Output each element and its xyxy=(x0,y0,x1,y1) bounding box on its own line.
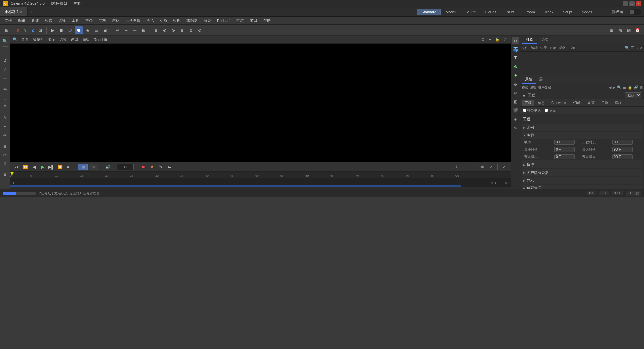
tc-autokey[interactable]: A xyxy=(148,163,156,171)
rib-particles[interactable]: ⊕ xyxy=(512,63,519,70)
ws-tab-standard[interactable]: Standard xyxy=(417,9,441,15)
toolbar-move-btn[interactable]: ⊕ xyxy=(152,26,160,34)
ptb-icon-fwd[interactable]: ▶ xyxy=(613,85,615,90)
lt-add-btn[interactable]: ⊕ xyxy=(1,142,9,150)
maximize-button[interactable]: □ xyxy=(629,1,635,6)
tc-expand[interactable]: ⤢ xyxy=(500,163,508,171)
props-section-execute-header[interactable]: ▶ 执行 xyxy=(522,161,643,168)
pst-checkbox-todo[interactable]: 待办事项 xyxy=(523,108,541,113)
rib-camera2[interactable]: ◧ xyxy=(512,98,519,105)
menu-mode[interactable]: 模式 xyxy=(42,17,55,24)
proj-len-input[interactable] xyxy=(612,140,633,145)
ptb-userdata[interactable]: 用户数据 xyxy=(538,85,551,90)
tc-audio[interactable]: 🔊 xyxy=(104,163,111,171)
vh-camera[interactable]: 摄像机 xyxy=(33,37,44,42)
ptb-mode[interactable]: 模式 xyxy=(522,85,528,90)
lt-cut-btn[interactable]: ✂ xyxy=(1,151,9,159)
tc-bounce[interactable]: ⇋ xyxy=(166,163,173,171)
tc-next-key[interactable]: ⏩ xyxy=(56,163,64,171)
lt-mode4-btn[interactable]: ✛ xyxy=(1,74,9,82)
rm-del-icon[interactable]: ⊗ xyxy=(640,46,643,50)
toolbar-play-btn[interactable]: ▶ xyxy=(49,26,57,34)
new-doc-button[interactable]: + xyxy=(28,8,36,16)
toolbar-grid-btn[interactable]: ▤ xyxy=(92,26,100,34)
lt-mode3-btn[interactable]: ⤢ xyxy=(1,65,9,73)
tc-play[interactable]: ▶ xyxy=(39,163,46,171)
add-workspace-button[interactable]: + xyxy=(601,10,603,14)
tc-skip-start[interactable]: ⏮ xyxy=(13,163,20,171)
vh-panel[interactable]: 面板 xyxy=(82,37,90,42)
max-len-input[interactable] xyxy=(612,147,633,152)
tc-icon-4[interactable]: ⊞ xyxy=(479,163,486,171)
rib-bend[interactable]: ⊘ xyxy=(512,89,519,97)
vh-options[interactable]: 选项 xyxy=(59,37,67,42)
toolbar-active-btn[interactable]: ⬢ xyxy=(75,26,83,34)
menu-mograph[interactable]: 运动图形 xyxy=(123,17,143,24)
vh-display[interactable]: 显示 xyxy=(48,37,55,42)
rm-tag[interactable]: 标签 xyxy=(559,46,566,50)
toolbar-mat-btn[interactable]: ◈ xyxy=(84,26,92,34)
toolbar-stop-btn[interactable]: ⏹ xyxy=(57,26,65,34)
tc-mode-time[interactable]: ⊞ xyxy=(89,164,98,170)
close-button[interactable]: ✕ xyxy=(636,1,641,6)
menu-spline[interactable]: 样条 xyxy=(83,17,95,24)
viewport[interactable] xyxy=(10,44,511,162)
rib-cube[interactable] xyxy=(512,46,519,53)
tc-prev-key[interactable]: ⏪ xyxy=(21,163,29,171)
menu-extensions[interactable]: 扩展 xyxy=(234,17,247,24)
menu-render[interactable]: 渲染 xyxy=(201,17,214,24)
toolbar-axis-mode-btn[interactable]: ⊹ xyxy=(131,26,139,34)
tc-skip-end[interactable]: ⏭ xyxy=(65,163,72,171)
rm-object[interactable]: 对象 xyxy=(550,46,556,50)
menu-file[interactable]: 文件 xyxy=(2,17,15,24)
toolbar-redo-btn[interactable]: ↪ xyxy=(122,26,130,34)
rib-hair[interactable]: ✦ xyxy=(512,72,519,79)
toolbar-render-settings[interactable]: ▨ xyxy=(625,26,633,34)
toolbar-undo-btn[interactable]: ↩ xyxy=(113,26,121,34)
toolbar-local-btn[interactable]: ⊡ xyxy=(36,26,44,34)
preview-min-input[interactable] xyxy=(554,154,575,159)
ptb-icon-back[interactable]: ◀ xyxy=(609,85,611,90)
props-section-display-header[interactable]: ▶ 显示 xyxy=(522,177,643,184)
menu-tracker[interactable]: 跟踪器 xyxy=(184,17,200,24)
props-section-scale-header[interactable]: ▶ 比例 xyxy=(522,124,643,131)
toolbar-scale-btn[interactable]: ⊗ xyxy=(161,26,169,34)
tc-icon-5[interactable]: ✕ xyxy=(487,163,495,171)
rm-filter-icon[interactable]: ☰ xyxy=(631,46,634,50)
rib-text[interactable]: T xyxy=(512,54,519,62)
menu-mesh[interactable]: 网格 xyxy=(96,17,109,24)
ptb-edit[interactable]: 编辑 xyxy=(530,85,536,90)
preview-max-input[interactable] xyxy=(612,154,633,159)
ws-tab-groom[interactable]: Groom xyxy=(519,9,539,15)
menu-tools[interactable]: 工具 xyxy=(69,17,82,24)
new-window-button[interactable]: 新界面 xyxy=(607,8,627,16)
toolbar-anim-btn[interactable]: ⊛ xyxy=(187,26,195,34)
tc-icon-2[interactable]: ↕ xyxy=(461,163,469,171)
menu-simulate[interactable]: 模拟 xyxy=(170,17,183,24)
rib-pencil2[interactable]: ✎ xyxy=(512,124,519,132)
menu-create[interactable]: 创建 xyxy=(29,17,42,24)
rm-view[interactable]: 查看 xyxy=(540,46,547,50)
menu-character[interactable]: 角色 xyxy=(144,17,156,24)
toolbar-axis-x[interactable]: X xyxy=(15,28,21,33)
menu-window[interactable]: 窗口 xyxy=(247,17,260,24)
tc-icon-1[interactable]: ⊹ xyxy=(452,163,460,171)
lt-magnet-btn[interactable]: ⊗ xyxy=(1,171,9,179)
fps-input[interactable] xyxy=(554,140,575,145)
object-list[interactable] xyxy=(520,52,644,75)
ws-tab-nodes[interactable]: Nodes xyxy=(577,9,597,15)
pst-tab-bullet[interactable]: 子弹 xyxy=(598,100,611,106)
pst-tab-xrefs[interactable]: XRefs xyxy=(569,100,584,106)
ws-tab-track[interactable]: Track xyxy=(540,9,558,15)
toolbar-render-queue[interactable]: ⏰ xyxy=(633,26,641,34)
vh-view[interactable]: 查看 xyxy=(21,37,29,42)
props-section-time-header[interactable]: ▼ 时间 xyxy=(522,132,643,139)
vh-redshift[interactable]: Redshift xyxy=(94,38,107,42)
menu-help[interactable]: 帮助 xyxy=(261,17,273,24)
lt-pen-btn[interactable]: ✒ xyxy=(1,122,9,131)
ws-tab-sculpt[interactable]: Sculpt xyxy=(461,9,480,15)
rm-file[interactable]: 文件 xyxy=(522,46,528,50)
ptb-icon-link[interactable]: 🔗 xyxy=(634,85,638,90)
lt-poly-select-btn[interactable]: ⊟ xyxy=(1,94,9,102)
tc-next-frame[interactable]: ▶▌ xyxy=(48,163,55,171)
